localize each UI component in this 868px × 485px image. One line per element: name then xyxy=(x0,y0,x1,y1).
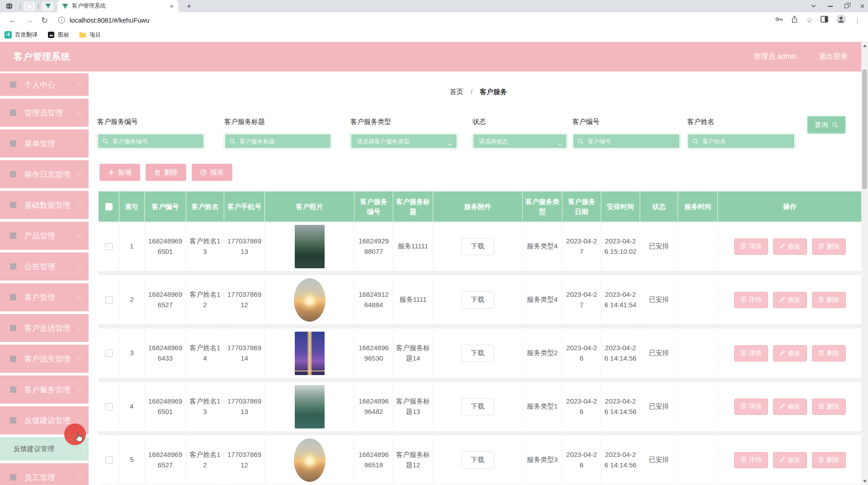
bookmark-item[interactable]: 项目 xyxy=(79,31,101,39)
window-close-button[interactable]: × xyxy=(860,2,864,10)
row-checkbox[interactable] xyxy=(105,456,113,464)
page-scrollbar[interactable] xyxy=(861,42,868,485)
cell-photo xyxy=(265,222,354,271)
sidebar-item[interactable]: 基础数据管理 xyxy=(0,191,89,219)
back-icon[interactable]: ← xyxy=(9,15,17,25)
reload-icon[interactable]: ↻ xyxy=(41,15,48,25)
column-header: 客户服务标题 xyxy=(393,191,433,222)
row-checkbox[interactable] xyxy=(105,296,113,304)
cell-select xyxy=(99,328,119,378)
tab-search-chevron-icon[interactable] xyxy=(811,4,816,9)
detail-button[interactable]: 详情 xyxy=(734,399,768,415)
site-info-icon[interactable]: i xyxy=(58,17,65,24)
scrollbar-thumb[interactable] xyxy=(862,69,867,189)
detail-button-label: 详情 xyxy=(749,403,762,411)
sidebar-item[interactable]: 个人中心 xyxy=(0,73,89,96)
sidebar-item[interactable]: 公告管理 xyxy=(0,252,89,281)
filter-input[interactable] xyxy=(573,134,679,148)
scrollbar-down-arrow[interactable] xyxy=(863,480,867,483)
sidebar-item[interactable]: 管理员管理 xyxy=(0,99,89,127)
sidebar-item[interactable]: 操作日志管理 xyxy=(0,160,89,188)
edit-button-label: 修改 xyxy=(788,403,801,411)
edit-button[interactable]: 修改 xyxy=(773,238,807,255)
bookmark-star-icon[interactable]: ☆ xyxy=(806,15,813,25)
detail-button[interactable]: 详情 xyxy=(734,345,768,361)
cell-status: 已安排 xyxy=(640,222,678,271)
download-button[interactable]: 下载 xyxy=(462,238,494,255)
select-all-checkbox[interactable] xyxy=(105,203,113,210)
cell-schedule-time: 2023-04-26 14:14:56 xyxy=(601,435,640,485)
sidebar-item[interactable]: 客户流失管理 xyxy=(0,345,89,373)
new-tab-button[interactable]: + xyxy=(184,2,194,11)
bookmark-item[interactable]: 图标 xyxy=(47,31,69,39)
download-button[interactable]: 下载 xyxy=(462,398,494,415)
query-button[interactable]: 查询 xyxy=(807,116,846,134)
row-delete-button-label: 删除 xyxy=(827,242,840,251)
password-key-icon[interactable] xyxy=(775,15,783,25)
bookmark-item[interactable]: 译百度翻译 xyxy=(5,31,38,39)
side-panel-icon[interactable] xyxy=(821,15,828,25)
edit-button[interactable]: 修改 xyxy=(773,345,807,361)
restore-button[interactable] xyxy=(844,4,849,8)
cell-service-no: 1682491264884 xyxy=(354,275,393,324)
detail-button[interactable]: 详情 xyxy=(734,238,768,255)
edit-button[interactable]: 修改 xyxy=(773,452,807,468)
logout-link[interactable]: 退出登录 xyxy=(819,52,848,62)
cell-photo xyxy=(265,275,354,324)
globe-icon[interactable] xyxy=(5,2,13,10)
row-delete-button[interactable]: 删除 xyxy=(812,292,846,308)
address-bar[interactable]: localhost:8081/#/kehuFuwu xyxy=(70,17,150,24)
breadcrumb-home[interactable]: 首页 xyxy=(450,88,463,95)
report-button[interactable]: 报表 xyxy=(192,164,232,181)
column-header: 索引 xyxy=(119,191,145,222)
filter-input[interactable] xyxy=(98,134,203,148)
sidebar-item[interactable]: 客户管理 xyxy=(0,283,89,311)
scrollbar-up-arrow[interactable] xyxy=(863,44,867,47)
filter-select[interactable] xyxy=(473,134,566,148)
sidebar-item[interactable]: 产品管理 xyxy=(0,222,89,250)
download-button[interactable]: 下载 xyxy=(462,291,494,309)
share-icon[interactable] xyxy=(791,15,798,25)
active-tab[interactable]: 客户管理系统 × xyxy=(57,0,179,12)
row-checkbox[interactable] xyxy=(105,350,113,357)
sidebar-item[interactable]: 客户服务管理 xyxy=(0,376,89,404)
download-button[interactable]: 下载 xyxy=(462,345,494,362)
inactive-tab[interactable] xyxy=(24,2,35,11)
inactive-tab-vue[interactable] xyxy=(42,2,54,11)
browser-menu-icon[interactable]: ⋮ xyxy=(854,16,861,24)
row-checkbox[interactable] xyxy=(105,403,113,410)
cell-status: 已安排 xyxy=(640,275,678,324)
sidebar-item[interactable]: 菜单管理 xyxy=(0,129,89,157)
folder-icon xyxy=(79,31,86,38)
filter-input-box xyxy=(572,133,680,149)
detail-button[interactable]: 详情 xyxy=(734,452,768,468)
delete-button[interactable]: 删除 xyxy=(146,164,186,181)
filter-input[interactable] xyxy=(688,134,794,148)
cell-phone: 17703786914 xyxy=(224,328,265,378)
edit-button[interactable]: 修改 xyxy=(773,292,807,308)
forward-icon[interactable]: → xyxy=(25,15,33,25)
cell-service-time xyxy=(678,275,718,324)
cell-service-title: 客户服务标题13 xyxy=(393,382,433,431)
row-checkbox[interactable] xyxy=(105,243,113,250)
detail-button[interactable]: 详情 xyxy=(734,292,768,308)
sidebar-item[interactable]: 员工管理 xyxy=(0,463,89,485)
profile-avatar[interactable] xyxy=(836,14,846,26)
tab-close-icon[interactable]: × xyxy=(168,2,175,10)
row-delete-button[interactable]: 删除 xyxy=(812,452,846,468)
row-delete-button[interactable]: 删除 xyxy=(812,238,846,255)
plus-icon xyxy=(108,169,114,176)
edit-button[interactable]: 修改 xyxy=(773,399,807,415)
filter-select[interactable] xyxy=(351,134,457,148)
menu-icon xyxy=(10,294,16,300)
row-delete-button[interactable]: 删除 xyxy=(812,399,846,415)
row-delete-button[interactable]: 删除 xyxy=(812,345,846,361)
sidebar-item[interactable]: 客户走访管理 xyxy=(0,314,89,342)
filter-input[interactable] xyxy=(225,134,330,148)
filter-label: 客户编号 xyxy=(572,118,680,126)
add-button[interactable]: 新增 xyxy=(99,164,140,181)
minimize-button[interactable] xyxy=(828,6,833,7)
download-button[interactable]: 下载 xyxy=(462,452,494,469)
column-header: 客户姓名 xyxy=(186,191,224,222)
filter-group: 客户服务标题 xyxy=(224,118,331,149)
